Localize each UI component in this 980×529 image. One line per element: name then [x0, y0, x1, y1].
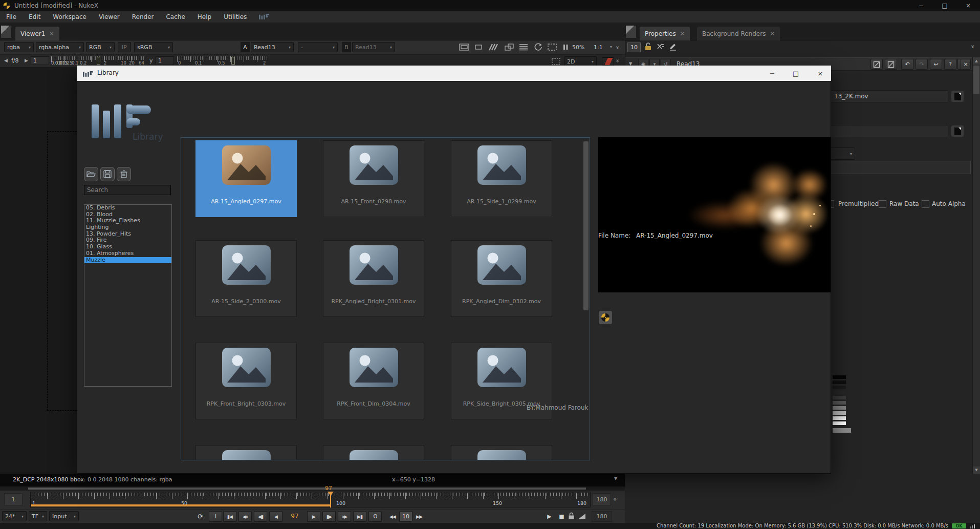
close-panel-icon[interactable]: ×	[961, 59, 971, 70]
tab-close-icon[interactable]: ×	[770, 30, 774, 37]
channels-dropdown[interactable]: rgba▾	[4, 42, 34, 52]
collapse-chevron-icon[interactable]: »	[614, 59, 621, 61]
asset-card[interactable]: AR-15_Front_0298.mov	[323, 140, 424, 217]
channel-slash-icon[interactable]	[870, 59, 883, 70]
asset-card[interactable]: RPK_Front_Dim_0304.mov	[323, 343, 424, 419]
grid-scrollbar-thumb[interactable]	[583, 141, 589, 310]
format-dropdown[interactable]: ▾	[831, 147, 855, 160]
step-forward-button[interactable]: ▮▶	[322, 511, 336, 522]
gain-input[interactable]: 1	[31, 56, 49, 65]
gamma-slider-handle[interactable]	[231, 57, 235, 65]
play-button[interactable]: ▶	[307, 511, 320, 522]
asset-card[interactable]: RPK_Angled_Bright_0301.mov	[323, 240, 424, 317]
asset-card[interactable]: AR-15_Side_1_0299.mov	[451, 140, 552, 217]
input-a-dropdown[interactable]: Read13▾	[251, 42, 294, 52]
category-item-selected[interactable]: Muzzle	[84, 257, 171, 264]
proxy-browse-button[interactable]	[951, 125, 964, 137]
tf-dropdown[interactable]: TF▾	[29, 511, 47, 521]
wipe-mode-dropdown[interactable]: -▾	[298, 42, 338, 52]
library-maximize-button[interactable]: □	[785, 66, 807, 81]
file-path-input[interactable]: 13_2K.mov	[831, 90, 948, 102]
edit-pencil-icon[interactable]	[669, 42, 677, 52]
properties-scrollbar[interactable]: ▲ ▼	[972, 57, 980, 474]
fstop-increase-icon[interactable]: ▶	[25, 58, 28, 63]
menu-file[interactable]: File	[6, 13, 16, 20]
alpha-dropdown[interactable]: rgba.alpha▾	[36, 42, 84, 52]
go-end-button[interactable]: ▶▮	[353, 511, 366, 522]
flipbook-button[interactable]: ▶	[543, 511, 555, 522]
dropdown-icon[interactable]: ▾	[610, 45, 612, 49]
current-frame-field[interactable]: 97	[286, 513, 304, 520]
menu-viewer[interactable]: Viewer	[99, 13, 120, 20]
frame-increment-input[interactable]: 10	[399, 511, 412, 522]
redo-icon[interactable]: ↷	[916, 59, 928, 70]
collapse-chevron-icon[interactable]: »	[969, 45, 976, 47]
ip-toggle[interactable]: IP	[118, 42, 131, 52]
close-button[interactable]: ×	[956, 0, 980, 11]
category-item[interactable]: Lighting	[84, 224, 171, 231]
pane-corner-icon[interactable]	[1, 26, 11, 38]
lock-icon[interactable]	[644, 42, 652, 53]
asset-card[interactable]	[323, 445, 424, 460]
clear-panels-icon[interactable]	[656, 43, 664, 52]
category-item[interactable]: 01. Atmospheres	[84, 250, 171, 257]
range-source-dropdown[interactable]: Input▾	[49, 511, 79, 521]
panel-limit-input[interactable]: 10	[627, 43, 641, 52]
play-backward-button[interactable]: ◀	[269, 511, 282, 522]
proxy-ratio[interactable]: 1:1	[594, 44, 603, 51]
record-button[interactable]: ■	[556, 511, 567, 522]
status-dropdown-icon[interactable]: ▼	[614, 476, 617, 481]
library-minimize-button[interactable]: −	[761, 66, 783, 81]
collapse-chevron-icon[interactable]: »	[614, 46, 621, 48]
scroll-up-icon[interactable]: ▲	[973, 57, 980, 65]
asset-card-selected[interactable]: AR-15_Angled_0297.mov	[195, 140, 297, 217]
lut-dropdown[interactable]: sRGB▾	[134, 42, 173, 52]
scrollbar-thumb[interactable]	[973, 66, 979, 94]
layers-icon[interactable]	[518, 42, 529, 52]
tab-close-icon[interactable]: ×	[680, 30, 685, 37]
help-icon[interactable]: ?	[944, 59, 956, 70]
channel-slash-icon[interactable]	[885, 59, 897, 70]
fps-dropdown[interactable]: 24*▾	[2, 511, 27, 521]
format-rect-icon[interactable]	[473, 42, 484, 52]
asset-card[interactable]: RPK_Angled_Dim_0302.mov	[451, 240, 552, 317]
send-to-nuke-button[interactable]	[599, 311, 612, 324]
gain-slider-handle[interactable]	[97, 57, 100, 65]
menu-utilities[interactable]: Utilities	[224, 13, 247, 20]
menu-workspace[interactable]: Workspace	[53, 13, 86, 20]
sync-viewers-icon[interactable]	[532, 42, 543, 52]
float-window-icon[interactable]	[504, 42, 515, 52]
set-out-button[interactable]: O	[368, 511, 382, 522]
wipe-icon[interactable]	[487, 42, 498, 52]
proxy-path-input[interactable]	[831, 125, 948, 137]
gamma-input[interactable]: 1	[156, 56, 174, 65]
category-item[interactable]: 05. Debris	[84, 205, 171, 211]
menu-help[interactable]: Help	[198, 13, 211, 20]
fstop-value[interactable]: f/8	[11, 57, 19, 64]
menu-render[interactable]: Render	[132, 13, 154, 20]
skip-forward-button[interactable]: ▶▶	[413, 511, 425, 522]
range-start-input[interactable]: 1	[4, 493, 23, 505]
tab-background-renders[interactable]: Background Renders ×	[697, 27, 780, 40]
file-browse-button[interactable]	[951, 91, 964, 102]
timeline-ruler[interactable]: 1 50 100 150 180	[30, 492, 591, 507]
tab-close-icon[interactable]: ×	[49, 30, 54, 37]
undo-icon[interactable]: ↶	[901, 59, 913, 70]
next-keyframe-button[interactable]: x▶	[338, 511, 351, 522]
range-end-input[interactable]: 180	[593, 493, 611, 505]
menu-edit[interactable]: Edit	[29, 13, 40, 20]
frame-display-icon[interactable]	[459, 42, 470, 52]
maximize-button[interactable]: □	[933, 0, 956, 11]
input-b-dropdown[interactable]: Read13▾	[352, 42, 395, 52]
pause-icon[interactable]	[560, 42, 571, 52]
minimize-button[interactable]: −	[909, 0, 933, 11]
loop-mode-icon[interactable]: ⟳	[193, 511, 207, 522]
open-folder-button[interactable]	[84, 167, 98, 181]
raw-data-checkbox[interactable]	[922, 200, 929, 208]
tab-properties[interactable]: Properties ×	[640, 27, 690, 40]
scroll-down-icon[interactable]: ▼	[973, 467, 980, 474]
display-dropdown[interactable]: RGB▾	[86, 42, 115, 52]
asset-card[interactable]	[451, 445, 552, 460]
frame-range-input[interactable]	[831, 161, 971, 174]
prev-keyframe-button[interactable]: ◀x	[238, 511, 252, 522]
